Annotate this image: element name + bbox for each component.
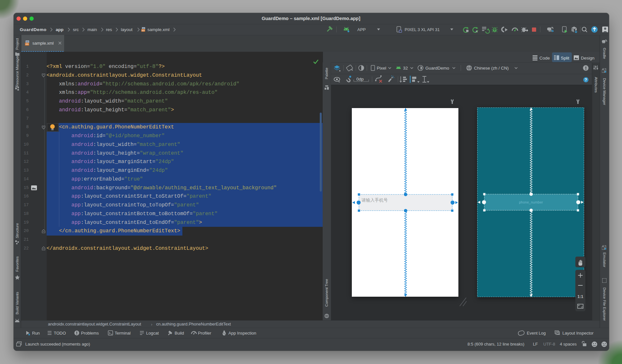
svg-text:Profiler: Profiler: [198, 331, 212, 336]
svg-text:Terminal: Terminal: [115, 331, 131, 336]
svg-text:APP: APP: [357, 27, 366, 32]
svg-text:Chinese (zh / CN): Chinese (zh / CN): [474, 66, 509, 71]
svg-text:Design: Design: [581, 56, 594, 61]
svg-text:Event Log: Event Log: [527, 331, 546, 336]
svg-text:<>: <>: [26, 43, 29, 46]
svg-text:Build: Build: [175, 331, 184, 336]
svg-text:Code: Code: [539, 56, 550, 61]
svg-text:App Inspection: App Inspection: [228, 331, 256, 336]
svg-text:A: A: [476, 30, 478, 33]
svg-text:GuardDemo: GuardDemo: [425, 66, 449, 71]
svg-text:Layout Inspector: Layout Inspector: [562, 331, 594, 336]
svg-text:Pixel: Pixel: [377, 66, 386, 71]
svg-text:?: ?: [585, 78, 587, 82]
svg-text:1:1: 1:1: [577, 294, 583, 299]
svg-text:32: 32: [403, 66, 408, 71]
svg-text:TODO: TODO: [54, 331, 66, 336]
svg-text:Split: Split: [561, 56, 570, 61]
svg-text:0dp: 0dp: [356, 77, 364, 82]
svg-text:Logcat: Logcat: [146, 331, 159, 336]
svg-text:Problems: Problems: [81, 331, 99, 336]
svg-text:Run: Run: [32, 331, 40, 336]
svg-text:PIXEL 3 XL API 31: PIXEL 3 XL API 31: [405, 27, 440, 32]
svg-text:<>: <>: [142, 29, 145, 32]
